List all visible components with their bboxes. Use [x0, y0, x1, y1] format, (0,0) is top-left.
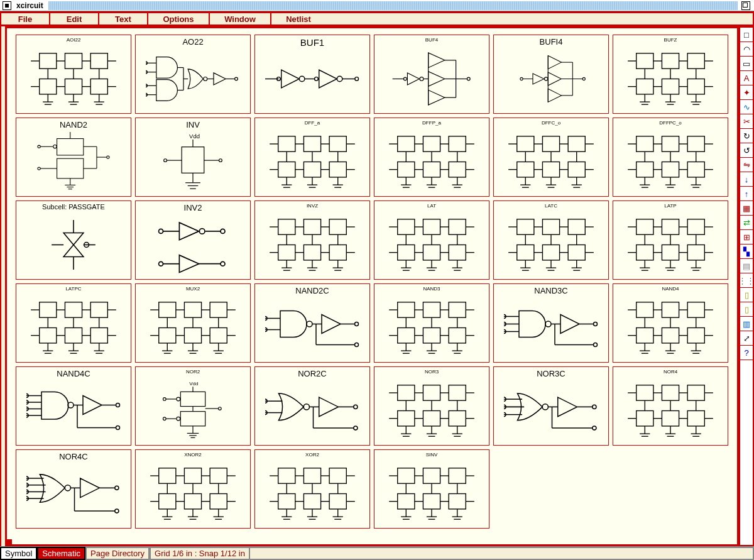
- menu-options[interactable]: Options: [147, 12, 210, 26]
- library-cell-inv[interactable]: INV: [135, 118, 251, 197]
- tool-column: □◠▭A✦∿✂↻↺⇋↓↑▦⇄⊞▚▤⋮⋮▯▯▥⤢?: [739, 26, 754, 546]
- window-menu-icon[interactable]: [3, 1, 11, 10]
- cell-label: INVZ: [307, 203, 318, 212]
- arrow-down-tool[interactable]: ↓: [740, 172, 753, 187]
- library-cell-nand4[interactable]: NAND4: [613, 283, 728, 363]
- cell-schematic: [137, 378, 249, 443]
- library-cell-invz[interactable]: INVZ: [254, 200, 370, 280]
- wire-tool[interactable]: □: [740, 28, 753, 42]
- cut-tool[interactable]: ✂: [740, 114, 753, 129]
- library-cell-lat[interactable]: LAT: [374, 200, 489, 280]
- library-cell-inv2[interactable]: INV2: [135, 200, 251, 280]
- box-tool[interactable]: ▭: [740, 57, 753, 71]
- library-cell-nand2[interactable]: NAND2: [16, 118, 131, 197]
- library-cell-mux2[interactable]: MUX2: [135, 283, 251, 363]
- library-cell-aoi22[interactable]: AOI22: [16, 35, 131, 114]
- library-cell-xor2[interactable]: XOR2: [254, 449, 370, 529]
- status-spacer: [250, 547, 754, 560]
- canvas[interactable]: AOI22AO22BUF1BUF4BUFI4BUFZNAND2INVDFF_aD…: [5, 26, 739, 546]
- library-cell-dffp_a[interactable]: DFFP_a: [374, 118, 489, 197]
- library-cell-latp[interactable]: LATP: [613, 200, 728, 280]
- page1-tool[interactable]: ▯: [740, 288, 753, 302]
- library-cell-xnor2[interactable]: XNOR2: [135, 449, 251, 529]
- star-tool[interactable]: ✦: [740, 85, 753, 100]
- book-tool[interactable]: ▥: [740, 317, 753, 331]
- page2-tool[interactable]: ▯: [740, 302, 753, 317]
- menu-netlist[interactable]: Netlist: [270, 12, 327, 26]
- cell-label: NOR4C: [59, 452, 88, 461]
- library-cell-nor2c[interactable]: NOR2C: [254, 366, 370, 446]
- cell-schematic: [18, 129, 129, 194]
- library-cell-nor4c[interactable]: NOR4C: [16, 449, 131, 529]
- arrow-up-tool[interactable]: ↑: [740, 187, 753, 201]
- maximize-icon[interactable]: [741, 1, 750, 10]
- cell-label: NAND4C: [57, 369, 90, 378]
- cell-schematic: [137, 461, 249, 526]
- text-tool[interactable]: A: [740, 71, 753, 85]
- window-title: xcircuit: [14, 1, 46, 10]
- rotate-ccw-tool[interactable]: ↺: [740, 143, 753, 158]
- cell-label: XOR2: [305, 452, 319, 461]
- rotate-cw-tool[interactable]: ↻: [740, 129, 753, 143]
- menu-text[interactable]: Text: [98, 12, 148, 26]
- menu-file[interactable]: File: [0, 12, 50, 26]
- cell-schematic: [615, 212, 726, 277]
- library-cell-nand3[interactable]: NAND3: [374, 283, 489, 363]
- library-cell-latc[interactable]: LATC: [493, 200, 609, 280]
- zoom-tool[interactable]: ⤢: [740, 331, 753, 346]
- library-cell-subcellpassgate[interactable]: Subcell: PASSGATE: [16, 200, 131, 280]
- dots-tool[interactable]: ⋮⋮: [740, 273, 753, 288]
- cell-label: BUFI4: [540, 37, 563, 46]
- cell-label: NOR2: [186, 369, 200, 378]
- cell-schematic: [18, 378, 129, 443]
- library-cell-nor3c[interactable]: NOR3C: [493, 366, 609, 446]
- menu-window[interactable]: Window: [209, 12, 271, 26]
- status-page-directory[interactable]: Page Directory: [85, 547, 150, 560]
- library-cell-bufi4[interactable]: BUFI4: [493, 35, 609, 114]
- menu-edit[interactable]: Edit: [49, 12, 99, 26]
- spline-tool[interactable]: ∿: [740, 100, 753, 114]
- arc-tool[interactable]: ◠: [740, 42, 753, 57]
- status-schematic-button[interactable]: Schematic: [37, 547, 85, 560]
- library-cell-nand3c[interactable]: NAND3C: [493, 283, 609, 363]
- flip-h-tool[interactable]: ⇋: [740, 158, 753, 172]
- cell-label: INV2: [184, 203, 202, 212]
- cell-label: DFFC_o: [542, 120, 560, 129]
- cell-label: NOR2C: [298, 369, 327, 378]
- titlebar-stripe: [48, 1, 738, 10]
- palette-tool[interactable]: ▚: [740, 244, 753, 259]
- library-cell-sinv[interactable]: SINV: [374, 449, 489, 529]
- library-tool[interactable]: ▦: [740, 201, 753, 216]
- cell-schematic: [495, 46, 607, 111]
- titlebar: xcircuit: [0, 0, 754, 11]
- cell-label: LAT: [427, 203, 436, 212]
- library-cell-nor4[interactable]: NOR4: [613, 366, 728, 446]
- cell-schematic: [256, 378, 368, 443]
- library-cell-nand4c[interactable]: NAND4C: [16, 366, 131, 446]
- cell-label: BUF1: [300, 37, 324, 46]
- library-cell-nor3[interactable]: NOR3: [374, 366, 489, 446]
- library-grid: AOI22AO22BUF1BUF4BUFI4BUFZNAND2INVDFF_aD…: [16, 35, 728, 529]
- cell-schematic: [376, 378, 488, 443]
- cell-label: LATP: [664, 203, 676, 212]
- menubar-spacer: [325, 12, 754, 26]
- library-cell-nor2[interactable]: NOR2: [135, 366, 251, 446]
- cell-schematic: [18, 461, 129, 526]
- library-cell-dffc_o[interactable]: DFFC_o: [493, 118, 609, 197]
- grid-tool[interactable]: ▤: [740, 259, 753, 273]
- cell-schematic: [256, 129, 368, 194]
- library-cell-buf1[interactable]: BUF1: [254, 35, 370, 114]
- library-cell-nand2c[interactable]: NAND2C: [254, 283, 370, 363]
- group-tool[interactable]: ⊞: [740, 230, 753, 244]
- library-cell-dffpc_o[interactable]: DFFPC_o: [613, 118, 728, 197]
- library-cell-bufz[interactable]: BUFZ: [613, 35, 728, 114]
- mirror-tool[interactable]: ⇄: [740, 216, 753, 230]
- library-cell-dff_a[interactable]: DFF_a: [254, 118, 370, 197]
- cell-schematic: [18, 212, 129, 277]
- library-cell-ao22[interactable]: AO22: [135, 35, 251, 114]
- status-grid-info: Grid 1/6 in : Snap 1/12 in: [150, 547, 250, 560]
- library-cell-buf4[interactable]: BUF4: [374, 35, 489, 114]
- status-symbol-button[interactable]: Symbol: [0, 547, 37, 560]
- help-tool[interactable]: ?: [740, 346, 753, 360]
- library-cell-latpc[interactable]: LATPC: [16, 283, 131, 363]
